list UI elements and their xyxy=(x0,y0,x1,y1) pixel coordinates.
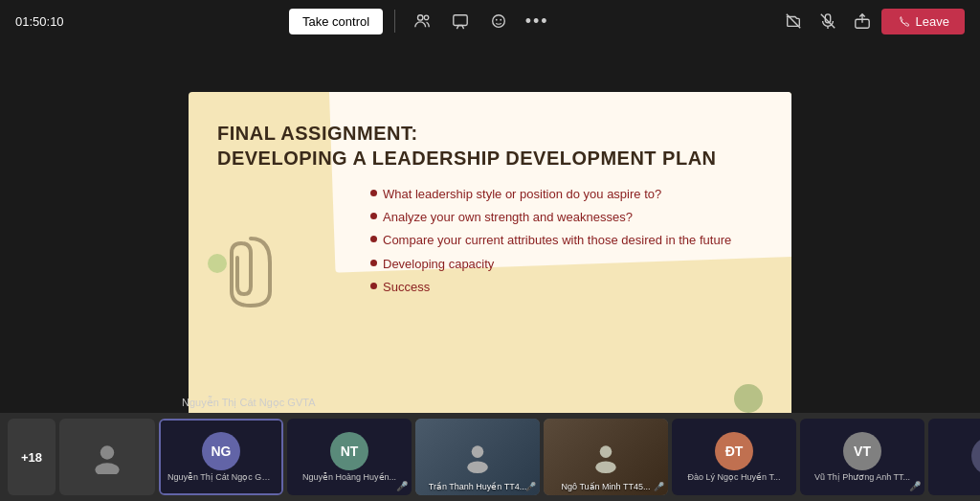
overflow-count: +18 xyxy=(21,450,42,465)
camera-off-button[interactable] xyxy=(778,6,809,36)
bullet-text: Analyze your own strength and weaknesses… xyxy=(383,209,633,226)
photo-avatar-tran xyxy=(460,440,495,474)
emoji-icon xyxy=(490,12,507,30)
svg-point-5 xyxy=(500,19,501,21)
chat-icon xyxy=(452,12,469,30)
slide-decoration-bottom-right xyxy=(734,384,763,413)
share-button[interactable] xyxy=(847,6,878,36)
slide-title: FINAL ASSIGNMENT: DEVELOPING A LEADERSHI… xyxy=(217,121,763,171)
participant-tile-ng[interactable]: NG Nguyễn Thị Cát Ngọc GVTA xyxy=(159,419,283,495)
time-display: 01:50:10 xyxy=(15,14,64,29)
camera-off-icon xyxy=(785,12,802,30)
participant-name-vt: Vũ Thị Phương Anh TT... xyxy=(811,472,914,482)
svg-point-12 xyxy=(95,463,119,474)
presenter-label: Nguyễn Thị Cát Ngọc GVTA xyxy=(182,397,315,409)
mic-icon-tran: 🎤 xyxy=(525,482,536,491)
share-icon xyxy=(854,12,871,30)
participant-avatar-ng: NG xyxy=(202,432,240,470)
slide-title-area: FINAL ASSIGNMENT: DEVELOPING A LEADERSHI… xyxy=(217,121,763,171)
bullet-dot xyxy=(370,213,377,219)
bullet-item: Success xyxy=(370,279,763,296)
bullet-text: Success xyxy=(383,279,430,296)
svg-point-15 xyxy=(600,445,612,458)
mic-muted-icon: 🎤 xyxy=(396,481,408,491)
slide-title-line2: DEVELOPING A LEADERSHIP DEVELOPMENT PLAN xyxy=(217,148,717,169)
participant-tile-tran[interactable]: Trần Thanh Huyền TT4... 🎤 xyxy=(415,419,540,495)
leave-button[interactable]: Leave xyxy=(881,9,965,34)
svg-point-3 xyxy=(493,15,505,28)
take-control-button[interactable]: Take control xyxy=(289,9,383,34)
bullet-dot xyxy=(370,260,377,266)
participant-name-ng: Nguyễn Thị Cát Ngọc GVTA xyxy=(164,472,278,482)
reactions-icon-button[interactable] xyxy=(483,6,514,36)
presentation-slide: FINAL ASSIGNMENT: DEVELOPING A LEADERSHI… xyxy=(189,92,791,422)
top-right-controls: Leave xyxy=(778,6,965,36)
top-bar: 01:50:10 Take control xyxy=(0,0,980,42)
self-video-tile xyxy=(59,419,155,495)
participant-name-nt: Nguyễn Hoàng Huyền... xyxy=(299,472,400,482)
bullet-item: What leadership style or position do you… xyxy=(370,186,763,203)
mic-off-icon xyxy=(819,12,836,30)
participant-name-ngo: Ngô Tuấn Minh TT45... xyxy=(544,482,668,491)
more-dots-icon: ••• xyxy=(525,11,549,32)
participant-tile-vt[interactable]: VT Vũ Thị Phương Anh TT... 🎤 xyxy=(800,419,924,495)
svg-point-16 xyxy=(595,462,616,474)
self-avatar-icon xyxy=(90,440,124,474)
chat-icon-button[interactable] xyxy=(445,6,476,36)
top-center-controls: Take control ••• xyxy=(289,6,552,36)
bullet-dot xyxy=(370,190,377,196)
participants-bar: +18 NG Nguyễn Thị Cát Ngọc GVTA NT Nguyễ… xyxy=(0,413,980,501)
svg-point-1 xyxy=(424,15,429,20)
participant-tile-nt[interactable]: NT Nguyễn Hoàng Huyền... 🎤 xyxy=(287,419,412,495)
mic-icon-ngo: 🎤 xyxy=(654,482,664,491)
participants-icon-button[interactable] xyxy=(407,6,437,36)
mic-off-button[interactable] xyxy=(813,6,843,36)
slide-content: What leadership style or position do you… xyxy=(217,186,763,302)
slide-wrapper: FINAL ASSIGNMENT: DEVELOPING A LEADERSHI… xyxy=(0,42,980,467)
overflow-participants-badge[interactable]: +18 xyxy=(8,419,56,495)
bullet-dot xyxy=(370,236,377,242)
participant-avatar-vt: VT xyxy=(843,432,881,470)
svg-point-14 xyxy=(467,462,488,474)
participant-avatar-tt: TT xyxy=(971,437,980,475)
bullet-item: Developing capacity xyxy=(370,256,763,273)
phone-icon xyxy=(897,14,910,28)
bullet-list: What leadership style or position do you… xyxy=(370,186,763,296)
participant-tile-ngo[interactable]: Ngô Tuấn Minh TT45... 🎤 xyxy=(544,419,668,495)
bullet-dot xyxy=(370,283,377,289)
mic-icon-vt: 🎤 xyxy=(909,481,921,491)
bullet-text: Compare your current attributes with tho… xyxy=(383,232,731,249)
participant-name-tran: Trần Thanh Huyền TT4... xyxy=(415,482,540,491)
bullet-text: What leadership style or position do you… xyxy=(383,186,661,203)
svg-rect-2 xyxy=(454,15,467,26)
leave-label: Leave xyxy=(916,14,949,29)
people-icon xyxy=(413,12,431,30)
svg-point-11 xyxy=(100,445,114,459)
svg-point-0 xyxy=(418,15,423,20)
bullet-text: Developing capacity xyxy=(383,256,494,273)
participant-avatar-nt: NT xyxy=(330,432,368,470)
bullet-item: Analyze your own strength and weaknesses… xyxy=(370,209,763,226)
participant-avatar-dt: ĐT xyxy=(715,432,753,470)
participant-name-dt: Đào Lý Ngọc Huyền T... xyxy=(684,472,785,482)
svg-point-4 xyxy=(496,19,498,21)
svg-point-13 xyxy=(472,445,484,458)
divider xyxy=(394,10,395,33)
slide-title-line1: FINAL ASSIGNMENT: xyxy=(217,123,418,144)
bullet-item: Compare your current attributes with tho… xyxy=(370,232,763,249)
more-options-button[interactable]: ••• xyxy=(522,6,552,36)
participant-tile-tt[interactable]: TT xyxy=(928,419,980,495)
photo-avatar-ngo xyxy=(589,440,623,474)
participant-tile-dt[interactable]: ĐT Đào Lý Ngọc Huyền T... xyxy=(672,419,796,495)
